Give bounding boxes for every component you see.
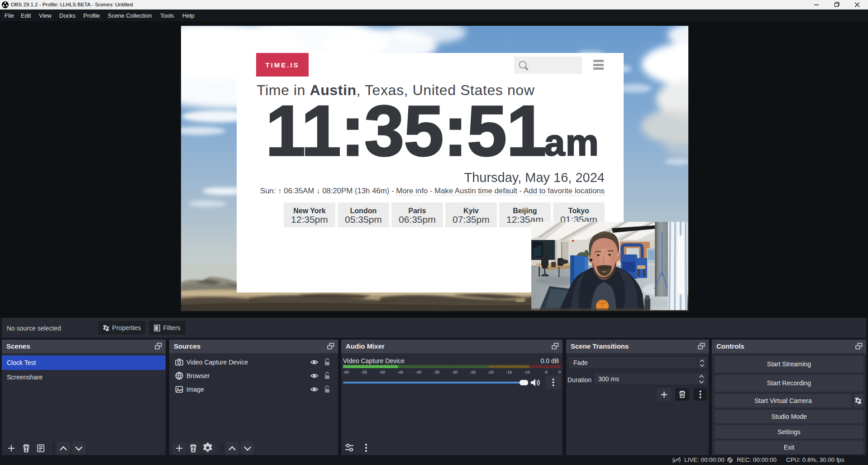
svg-text:-35: -35 xyxy=(434,370,439,374)
svg-text:-20: -20 xyxy=(488,370,494,374)
svg-text:-60: -60 xyxy=(343,370,349,374)
svg-text:-40: -40 xyxy=(415,370,421,374)
svg-text:-50: -50 xyxy=(379,370,385,374)
svg-text:-5: -5 xyxy=(544,370,548,374)
svg-text:0: 0 xyxy=(558,370,561,374)
svg-text:-30: -30 xyxy=(452,370,458,374)
svg-text:-45: -45 xyxy=(397,370,403,374)
svg-text:-10: -10 xyxy=(524,370,530,374)
svg-text:-15: -15 xyxy=(506,370,512,374)
svg-text:-25: -25 xyxy=(470,370,476,374)
svg-text:-55: -55 xyxy=(361,370,367,374)
